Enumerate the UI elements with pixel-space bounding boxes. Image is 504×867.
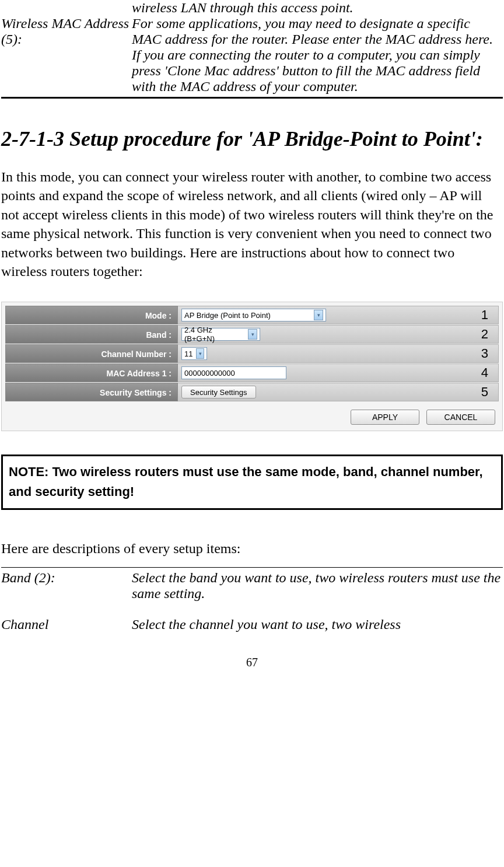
panel-footer: APPLY CANCEL <box>5 410 499 425</box>
security-field: Security Settings <box>178 383 499 401</box>
chevron-down-icon: ▾ <box>196 348 204 359</box>
apply-button[interactable]: APPLY <box>351 410 419 425</box>
security-settings-button[interactable]: Security Settings <box>181 386 256 398</box>
config-row-channel: Channel Number : 11 ▾ 3 <box>5 344 499 363</box>
empty-term <box>1 0 132 16</box>
note-box: NOTE: Two wireless routers must use the … <box>1 455 503 509</box>
config-panel: Mode : AP Bridge (Point to Point) ▾ 1 Ba… <box>1 302 503 431</box>
mode-select-value: AP Bridge (Point to Point) <box>184 311 271 320</box>
cancel-button-label: CANCEL <box>444 412 478 422</box>
wireless-mac-term: Wireless MAC Address (5): <box>1 16 132 95</box>
chevron-down-icon: ▾ <box>248 329 257 340</box>
desc-intro: Here are descriptions of every setup ite… <box>1 539 503 558</box>
divider <box>1 567 503 568</box>
security-button-label: Security Settings <box>190 388 247 397</box>
mode-label: Mode : <box>5 306 178 324</box>
config-row-security: Security Settings : Security Settings 5 <box>5 383 499 401</box>
config-row-mac: MAC Address 1 : 000000000000 4 <box>5 363 499 382</box>
callout-1: 1 <box>481 307 488 323</box>
band-select-value: 2.4 GHz (B+G+N) <box>184 326 244 343</box>
apply-button-label: APPLY <box>372 412 398 422</box>
callout-5: 5 <box>481 384 488 400</box>
channel-field: 11 ▾ <box>178 344 499 363</box>
continuation-def: wireless LAN through this access point. <box>132 0 503 16</box>
mac-field: 000000000000 <box>178 363 499 382</box>
chevron-down-icon: ▾ <box>314 310 323 320</box>
channel-label: Channel Number : <box>5 344 178 363</box>
band-term: Band (2): <box>1 570 132 602</box>
callout-3: 3 <box>481 346 488 361</box>
security-label: Security Settings : <box>5 383 178 401</box>
channel-select-value: 11 <box>184 349 192 358</box>
page-number: 67 <box>1 656 503 669</box>
mac-label: MAC Address 1 : <box>5 363 178 382</box>
callout-4: 4 <box>481 365 488 380</box>
mode-select[interactable]: AP Bridge (Point to Point) ▾ <box>181 309 326 321</box>
channel-def: Select the channel you want to use, two … <box>132 617 503 632</box>
cancel-button[interactable]: CANCEL <box>426 410 495 425</box>
mode-field: AP Bridge (Point to Point) ▾ <box>178 306 499 324</box>
callout-2: 2 <box>481 327 488 342</box>
mac-input[interactable]: 000000000000 <box>181 366 286 379</box>
wireless-mac-def: For some applications, you may need to d… <box>132 16 503 95</box>
mac-input-value: 000000000000 <box>184 369 235 377</box>
band-def: Select the band you want to use, two wir… <box>132 570 503 602</box>
config-row-band: Band : 2.4 GHz (B+G+N) ▾ 2 <box>5 325 499 344</box>
band-field: 2.4 GHz (B+G+N) ▾ <box>178 325 499 344</box>
band-select[interactable]: 2.4 GHz (B+G+N) ▾ <box>181 328 260 341</box>
config-row-mode: Mode : AP Bridge (Point to Point) ▾ 1 <box>5 306 499 324</box>
channel-select[interactable]: 11 ▾ <box>181 347 207 360</box>
body-paragraph: In this mode, you can connect your wirel… <box>1 167 503 281</box>
divider <box>1 97 503 99</box>
band-label: Band : <box>5 325 178 344</box>
channel-term: Channel <box>1 617 132 632</box>
bottom-definition-table: Band (2): Select the band you want to us… <box>1 570 503 632</box>
top-definition-table: wireless LAN through this access point. … <box>1 0 503 95</box>
section-heading: 2-7-1-3 Setup procedure for 'AP Bridge-P… <box>1 127 503 151</box>
